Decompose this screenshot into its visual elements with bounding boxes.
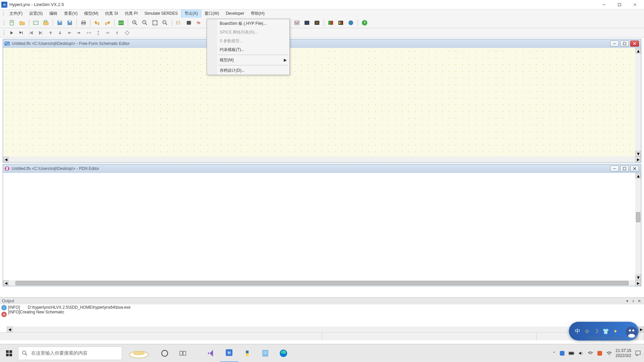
output-pin-icon[interactable] (631, 298, 636, 304)
menu-sim-si[interactable]: 仿真 SI (102, 10, 121, 17)
tb-zoom-fit-icon[interactable] (150, 18, 160, 27)
taskbar-hyperlynx-icon[interactable]: H (220, 344, 238, 362)
taskbar-vs-icon[interactable] (202, 344, 220, 362)
menu-model[interactable]: 模型(M) (81, 10, 102, 17)
minimize-button[interactable] (596, 0, 612, 9)
tb-eye1-icon[interactable] (302, 18, 312, 27)
editor2-vscroll[interactable]: ▴ ▾ (635, 173, 641, 280)
tb2-resize-v-icon[interactable] (94, 29, 103, 37)
menu-developer[interactable]: Developer (222, 10, 248, 17)
tb-globe-icon[interactable] (346, 18, 356, 27)
dropdown-archive[interactable]: 存档设计(D)... (207, 66, 289, 75)
tb-board-open-icon[interactable] (41, 18, 51, 27)
scroll-right-icon[interactable]: ▸ (635, 280, 641, 286)
ime-widget[interactable]: 中 ☺ ☽ 👕 ✦ (569, 322, 639, 341)
tray-app1-icon[interactable] (559, 350, 565, 356)
pdn-editor-titlebar[interactable]: Untitled.ffs <C:\Users\mjl\Desktop\> - P… (3, 164, 641, 173)
menu-export[interactable]: 导出(X) (181, 10, 201, 17)
tb-board-icon[interactable] (31, 18, 41, 27)
scroll-up-icon[interactable]: ▴ (635, 173, 641, 179)
maximize-button[interactable] (612, 0, 627, 9)
tb-saveas-icon[interactable] (65, 18, 74, 27)
tb2-move-left-icon[interactable] (65, 29, 74, 37)
tb2-prev-icon[interactable] (27, 29, 36, 37)
tb2-move-up-icon[interactable] (46, 29, 55, 37)
output-hscroll[interactable]: ◂ ▸ (7, 326, 644, 332)
menu-serdes[interactable]: Simulate SERDES (141, 10, 181, 17)
editor2-close-button[interactable] (630, 166, 639, 172)
editor2-hscroll[interactable]: ◂ ▸ (3, 280, 641, 286)
tb-zoom-in-icon[interactable] (130, 18, 140, 27)
scroll-up-icon[interactable]: ▴ (635, 48, 641, 54)
schematic-canvas[interactable] (3, 48, 641, 157)
scroll-left-icon[interactable]: ◂ (3, 157, 9, 162)
menu-window[interactable]: 窗口(W) (201, 10, 222, 17)
tray-wifi2-icon[interactable] (606, 350, 612, 356)
dropdown-boardsim[interactable]: BoardSim 板 (.HYP File)... (207, 19, 289, 28)
tb-save-icon[interactable] (55, 18, 64, 27)
output-header[interactable]: Output ▾ ✕ (0, 298, 644, 304)
taskbar-search[interactable]: 在这里输入你要搜索的内容 (18, 347, 122, 360)
scroll-left-icon[interactable]: ◂ (7, 326, 12, 332)
editor1-hscroll[interactable]: ◂ ▸ (3, 157, 641, 162)
tb-stackup-icon[interactable] (116, 18, 126, 27)
tb-new-schematic-icon[interactable] (7, 18, 17, 27)
weather-widget[interactable] (122, 347, 156, 360)
scroll-left-icon[interactable]: ◂ (3, 280, 9, 286)
start-button[interactable] (0, 344, 18, 362)
tb-ic-icon[interactable] (184, 18, 194, 27)
tb-eye2-icon[interactable] (312, 18, 322, 27)
menu-view[interactable]: 查看(V) (61, 10, 81, 17)
dropdown-model[interactable]: 模型(M)▶ (207, 56, 289, 64)
tb-thermal1-icon[interactable] (326, 18, 335, 27)
taskbar-python-icon[interactable] (238, 344, 256, 362)
tb2-play-cursor-icon[interactable] (17, 29, 25, 37)
tb2-resize-h-icon[interactable] (85, 29, 93, 37)
tb-redo-icon[interactable] (103, 18, 112, 27)
editor1-vscroll[interactable]: ▴ ▾ (635, 48, 641, 157)
tb2-play-icon[interactable] (7, 29, 16, 37)
task-view-button[interactable] (174, 344, 192, 362)
ime-moon-icon[interactable]: ☽ (594, 328, 598, 335)
taskbar-notepad-icon[interactable] (256, 344, 274, 362)
dropdown-constraint[interactable]: 约束模板(T)... (207, 45, 289, 54)
ime-star-icon[interactable]: ✦ (613, 328, 618, 335)
menu-settings[interactable]: 设置(S) (26, 10, 46, 17)
tray-battery-icon[interactable] (569, 350, 575, 356)
menu-sim-pi[interactable]: 仿真 PI (121, 10, 141, 17)
tb2-move-right-icon[interactable] (74, 29, 83, 37)
tray-wifi-icon[interactable] (587, 350, 593, 356)
close-button[interactable] (627, 0, 643, 9)
output-dropdown-icon[interactable]: ▾ (625, 298, 630, 304)
tb-open-folder-icon[interactable] (17, 18, 27, 27)
editor1-maximize-button[interactable] (620, 41, 629, 47)
editor1-minimize-button[interactable] (610, 41, 619, 47)
tb-print-icon[interactable] (79, 18, 88, 27)
ime-shirt-icon[interactable]: 👕 (602, 328, 609, 335)
ime-emoji-icon[interactable]: ☺ (584, 328, 590, 334)
menu-edit[interactable]: 编辑 (46, 10, 61, 17)
tray-notification-icon[interactable] (635, 350, 641, 357)
tray-volume-icon[interactable] (578, 350, 584, 356)
scroll-down-icon[interactable]: ▾ (635, 275, 641, 280)
tb2-expand-icon[interactable] (113, 29, 121, 37)
taskbar-edge-icon[interactable] (274, 344, 292, 362)
scroll-down-icon[interactable]: ▾ (635, 151, 641, 157)
tb-undo-icon[interactable] (93, 18, 102, 27)
pdn-canvas[interactable] (3, 173, 641, 280)
tb-help-icon[interactable]: ? (360, 18, 369, 27)
tb2-collapse-icon[interactable] (103, 29, 112, 37)
scroll-right-icon[interactable]: ▸ (635, 157, 641, 162)
tray-chevron-icon[interactable]: ⌃ (552, 351, 556, 356)
editor2-minimize-button[interactable] (610, 166, 619, 172)
editor2-maximize-button[interactable] (620, 166, 629, 172)
tb-zoom-prev-icon[interactable] (160, 18, 170, 27)
tb2-move-down-icon[interactable] (56, 29, 64, 37)
tray-clock[interactable]: 21:37:15 2022/3/2 (615, 348, 631, 358)
tb-chart2-icon[interactable] (292, 18, 302, 27)
menu-file[interactable]: 文件(F) (6, 10, 26, 17)
cortana-button[interactable] (156, 344, 174, 362)
tb-thermal2-icon[interactable] (336, 18, 345, 27)
tray-app2-icon[interactable] (597, 350, 603, 356)
schematic-editor-titlebar[interactable]: Untitled.ffs <C:\Users\mjl\Desktop\> - F… (3, 39, 641, 48)
